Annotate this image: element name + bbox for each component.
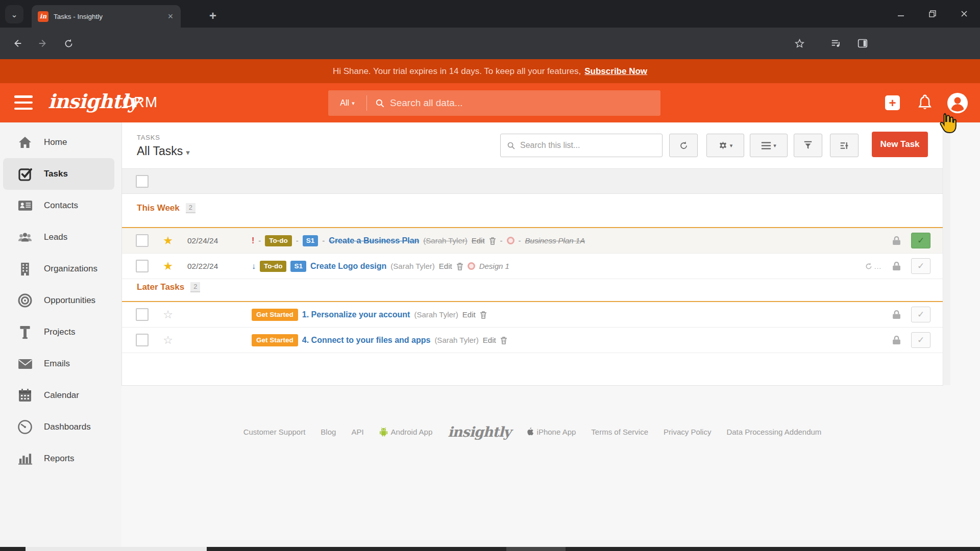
- sidebar: Home Tasks Contacts Leads Organizations …: [0, 122, 121, 551]
- linked-project-link[interactable]: Business Plan 1A: [525, 236, 585, 245]
- sidebar-item-tasks[interactable]: Tasks: [3, 158, 114, 190]
- reload-button[interactable]: [59, 34, 78, 53]
- trash-icon[interactable]: [500, 336, 507, 344]
- footer-link-dpa[interactable]: Data Processing Addendum: [726, 428, 821, 436]
- recurring-task-icon: …: [865, 262, 882, 270]
- sidebar-item-opportunities[interactable]: Opportunities: [0, 285, 121, 316]
- task-row[interactable]: ☆ Get Started 1. Personalize your accoun…: [122, 302, 943, 328]
- section-title: Later Tasks: [137, 282, 184, 292]
- sidebar-item-leads[interactable]: Leads: [0, 221, 121, 253]
- side-panel-icon[interactable]: [853, 34, 872, 53]
- list-search: [500, 134, 663, 157]
- select-all-checkbox[interactable]: [136, 175, 149, 188]
- global-search-input[interactable]: [390, 97, 660, 109]
- task-title-link[interactable]: 1. Personalize your account: [302, 310, 410, 319]
- trash-icon[interactable]: [480, 311, 487, 319]
- trash-icon[interactable]: [456, 262, 463, 270]
- minimize-button[interactable]: [885, 0, 917, 28]
- tab-list-chevron-icon[interactable]: ⌄: [5, 5, 23, 23]
- sidebar-item-dashboards[interactable]: Dashboards: [0, 411, 121, 443]
- task-row[interactable]: ★ 02/22/24 ↓ To-do S1 Create Logo design…: [122, 254, 943, 279]
- sidebar-item-projects[interactable]: Projects: [0, 316, 121, 348]
- filter-button[interactable]: [794, 134, 822, 157]
- leads-icon: [17, 231, 33, 243]
- lock-icon: [892, 335, 901, 345]
- bookmark-star-icon[interactable]: [790, 34, 808, 53]
- sidebar-item-reports[interactable]: Reports: [0, 443, 121, 474]
- task-row[interactable]: ☆ Get Started 4. Connect to your files a…: [122, 328, 943, 353]
- view-selector[interactable]: All Tasks▾: [137, 144, 190, 158]
- get-started-badge: Get Started: [252, 309, 298, 321]
- star-outline-icon[interactable]: ☆: [161, 308, 175, 321]
- dashboards-icon: [17, 420, 33, 434]
- footer-link-customer-support[interactable]: Customer Support: [243, 428, 306, 436]
- notifications-bell-icon[interactable]: [917, 94, 933, 113]
- insightly-favicon-icon: in: [38, 11, 48, 22]
- trash-icon[interactable]: [489, 237, 496, 245]
- footer-link-terms[interactable]: Terms of Service: [591, 428, 648, 436]
- new-tab-button[interactable]: +: [204, 7, 222, 24]
- footer-link-blog[interactable]: Blog: [321, 428, 336, 436]
- task-title-link[interactable]: Create Logo design: [310, 262, 386, 271]
- footer-link-iphone-app[interactable]: iPhone App: [526, 427, 576, 436]
- footer-link-privacy[interactable]: Privacy Policy: [664, 428, 711, 436]
- section-title: This Week: [137, 203, 180, 213]
- search-scope-dropdown[interactable]: All ▾: [328, 95, 367, 111]
- sidebar-item-home[interactable]: Home: [0, 127, 121, 158]
- row-checkbox[interactable]: [136, 308, 149, 321]
- sidebar-item-organizations[interactable]: Organizations: [0, 253, 121, 285]
- task-row[interactable]: ★ 02/24/24 ! To-do S1 Create a Business …: [122, 228, 943, 254]
- edit-link[interactable]: Edit: [472, 236, 485, 245]
- sidebar-item-calendar[interactable]: Calendar: [0, 380, 121, 411]
- row-checkbox[interactable]: [136, 234, 149, 247]
- trial-message: Hi Shane. Your trial expires in 14 days.…: [333, 66, 581, 77]
- list-search-input[interactable]: [520, 141, 656, 150]
- task-title-link[interactable]: 4. Connect to your files and apps: [302, 336, 431, 345]
- media-controls-icon[interactable]: [827, 34, 845, 53]
- edit-link[interactable]: Edit: [462, 310, 476, 319]
- profile-avatar[interactable]: [947, 92, 968, 116]
- panel-scrollbar[interactable]: [944, 123, 950, 385]
- android-icon: [379, 427, 388, 437]
- star-outline-icon[interactable]: ☆: [161, 334, 175, 347]
- lock-icon: [892, 261, 901, 271]
- forward-button[interactable]: [34, 34, 52, 53]
- settings-button[interactable]: ▾: [706, 134, 744, 157]
- maximize-button[interactable]: [917, 0, 948, 28]
- star-filled-icon[interactable]: ★: [161, 234, 175, 247]
- star-filled-icon[interactable]: ★: [161, 260, 175, 273]
- tab-close-icon[interactable]: ×: [165, 11, 176, 22]
- complete-task-button[interactable]: ✓: [911, 233, 930, 248]
- hamburger-menu-icon[interactable]: [14, 95, 33, 110]
- layout-button[interactable]: ▾: [750, 134, 788, 157]
- back-button[interactable]: [8, 34, 27, 53]
- edit-link[interactable]: Edit: [483, 336, 496, 344]
- lock-icon: [892, 310, 901, 319]
- priority-low-icon: ↓: [252, 262, 256, 271]
- browser-tab[interactable]: in Tasks - Insightly ×: [32, 5, 181, 28]
- linked-project-link[interactable]: Design 1: [479, 262, 509, 270]
- task-title-link[interactable]: Create a Business Plan: [329, 236, 419, 245]
- edit-link[interactable]: Edit: [439, 262, 452, 270]
- section-header-later-tasks: Later Tasks 2: [137, 282, 200, 292]
- horizontal-scrollbar[interactable]: [0, 547, 980, 551]
- scrollbar-thumb[interactable]: [26, 547, 207, 551]
- sort-button[interactable]: [830, 134, 859, 157]
- complete-task-button[interactable]: ✓: [911, 332, 930, 348]
- row-checkbox[interactable]: [136, 260, 149, 272]
- sidebar-item-emails[interactable]: Emails: [0, 348, 121, 380]
- refresh-button[interactable]: [669, 134, 698, 157]
- footer-insightly-logo: insightly: [448, 424, 510, 440]
- footer-link-api[interactable]: API: [351, 428, 363, 436]
- sidebar-item-contacts[interactable]: Contacts: [0, 190, 121, 221]
- close-window-button[interactable]: [948, 0, 980, 28]
- footer-link-android-app[interactable]: Android App: [379, 427, 433, 437]
- row-checkbox[interactable]: [136, 334, 149, 346]
- complete-task-button[interactable]: ✓: [911, 258, 930, 274]
- quick-add-button[interactable]: +: [885, 95, 900, 110]
- screen: ⌄ in Tasks - Insightly × + crm.na1.insig…: [0, 0, 980, 551]
- new-task-button[interactable]: New Task: [872, 132, 928, 157]
- sidebar-item-label: Reports: [44, 454, 75, 464]
- complete-task-button[interactable]: ✓: [911, 307, 930, 322]
- subscribe-now-link[interactable]: Subscribe Now: [584, 66, 647, 77]
